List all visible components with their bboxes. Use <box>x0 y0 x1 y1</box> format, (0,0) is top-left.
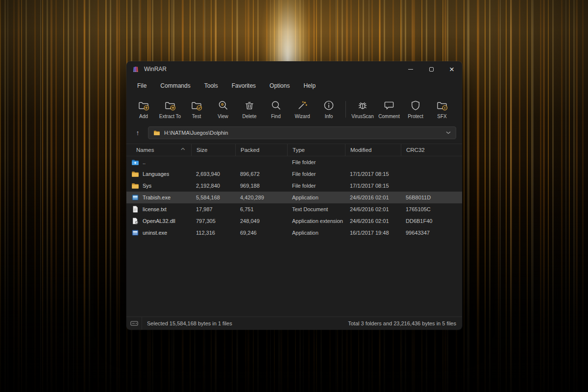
file-packed: 248,049 <box>235 218 287 224</box>
info-button[interactable]: Info <box>316 97 342 122</box>
folder-up-icon <box>131 158 139 166</box>
file-packed: 896,672 <box>235 171 287 177</box>
toolbar-label: Info <box>325 114 333 119</box>
test-button[interactable]: Test <box>183 97 210 122</box>
menu-favorites[interactable]: Favorites <box>225 80 263 92</box>
column-label: CRC32 <box>406 147 425 153</box>
menu-help[interactable]: Help <box>296 80 322 92</box>
winrar-window: WinRAR × FileCommandsToolsFavoritesOptio… <box>126 61 462 330</box>
chevron-down-icon[interactable] <box>446 131 451 134</box>
file-modified: 24/6/2016 02:01 <box>345 206 401 212</box>
view-icon <box>217 99 229 111</box>
info-icon <box>323 99 335 111</box>
menu-options[interactable]: Options <box>263 80 296 92</box>
file-type: File folder <box>287 183 345 189</box>
file-name: Trabish.exe <box>143 195 171 200</box>
column-label: Size <box>196 147 207 153</box>
column-header-names[interactable]: Names^ <box>126 144 191 156</box>
title-bar: WinRAR × <box>126 61 462 77</box>
file-name-cell: license.txt <box>126 205 191 213</box>
toolbar-label: Wizard <box>294 114 310 119</box>
find-button[interactable]: Find <box>263 97 289 122</box>
folder-icon <box>131 182 139 190</box>
list-header: Names^SizePackedTypeModifiedCRC32 <box>126 144 462 156</box>
file-size: 2,192,840 <box>191 183 235 189</box>
exe-icon <box>131 229 139 237</box>
virusscan-button[interactable]: VirusScan <box>349 97 376 122</box>
column-label: Type <box>293 147 305 153</box>
winrar-logo-icon <box>132 65 140 73</box>
file-packed: 69,246 <box>235 230 287 236</box>
file-name: uninst.exe <box>143 230 167 236</box>
sort-asc-icon: ^ <box>181 147 185 153</box>
add-button[interactable]: Add <box>130 97 157 122</box>
file-name-cell: uninst.exe <box>126 229 191 237</box>
window-title: WinRAR <box>144 66 167 73</box>
up-directory-button[interactable]: ↑ <box>132 127 143 139</box>
wizard-button[interactable]: Wizard <box>289 97 316 122</box>
column-label: Modified <box>350 147 371 153</box>
file-list: ..File folderLanguages2,693,940896,672Fi… <box>126 156 462 317</box>
address-bar[interactable]: H:\NATMA\Juegos\Dolphin <box>148 126 456 139</box>
minimize-button[interactable] <box>400 61 421 77</box>
file-size: 797,305 <box>191 218 235 224</box>
find-icon <box>270 99 282 111</box>
file-name-cell: Languages <box>126 170 191 178</box>
file-type: File folder <box>287 171 345 177</box>
file-row-uninst-exe[interactable]: uninst.exe112,31669,246Application16/1/2… <box>126 227 462 239</box>
protect-button[interactable]: Protect <box>402 97 429 122</box>
file-size: 5,584,168 <box>191 195 235 200</box>
file-row-openal32-dll[interactable]: OpenAL32.dll797,305248,049Application ex… <box>126 215 462 227</box>
file-modified: 24/6/2016 02:01 <box>345 218 401 224</box>
address-path: H:\NATMA\Juegos\Dolphin <box>164 130 442 136</box>
sfx-button[interactable]: SFX <box>429 97 455 122</box>
file-row-trabish-exe[interactable]: Trabish.exe5,584,1684,420,289Application… <box>126 192 462 203</box>
file-type: Application <box>287 230 345 236</box>
toolbar-label: Find <box>271 114 280 119</box>
column-label: Packed <box>241 147 259 153</box>
toolbar-label: Protect <box>408 114 423 119</box>
comment-button[interactable]: Comment <box>376 97 402 122</box>
delete-icon <box>244 99 255 111</box>
file-modified: 17/1/2017 08:15 <box>345 171 401 177</box>
file-row-languages[interactable]: Languages2,693,940896,672File folder17/1… <box>126 168 462 180</box>
file-row-license-txt[interactable]: license.txt17,9876,751Text Document24/6/… <box>126 203 462 215</box>
file-packed: 4,420,289 <box>235 195 287 200</box>
disk-icon <box>130 320 138 326</box>
toolbar-label: Test <box>192 114 201 119</box>
wizard-icon <box>296 99 308 111</box>
status-selected-text: Selected 15,584,168 bytes in 1 files <box>142 320 232 326</box>
status-icon-cell[interactable] <box>126 317 142 330</box>
file-modified: 24/6/2016 02:01 <box>345 195 401 200</box>
folder-icon <box>131 170 139 178</box>
toolbar-separator <box>345 101 346 118</box>
file-name-cell: OpenAL32.dll <box>126 217 191 225</box>
close-button[interactable]: × <box>441 61 462 77</box>
column-header-modified[interactable]: Modified <box>345 144 401 156</box>
folder-icon <box>153 129 160 136</box>
file-size: 2,693,940 <box>191 171 235 177</box>
column-header-type[interactable]: Type <box>287 144 345 156</box>
menu-tools[interactable]: Tools <box>197 80 225 92</box>
column-header-crc32[interactable]: CRC32 <box>401 144 462 156</box>
file-crc32: 1765105C <box>401 206 462 212</box>
menu-file[interactable]: File <box>130 80 153 92</box>
maximize-icon <box>429 67 434 72</box>
file-row-up[interactable]: ..File folder <box>126 156 462 168</box>
file-name: OpenAL32.dll <box>143 218 175 224</box>
delete-button[interactable]: Delete <box>236 97 263 122</box>
toolbar-label: Delete <box>243 114 257 119</box>
menu-commands[interactable]: Commands <box>153 80 197 92</box>
extract-button[interactable]: Extract To <box>157 97 183 122</box>
view-button[interactable]: View <box>210 97 236 122</box>
protect-icon <box>410 99 421 111</box>
toolbar-label: Extract To <box>159 114 181 119</box>
file-name: Languages <box>143 171 169 177</box>
maximize-button[interactable] <box>421 61 441 77</box>
column-header-packed[interactable]: Packed <box>235 144 287 156</box>
extract-icon <box>164 99 176 111</box>
file-type: File folder <box>287 159 345 165</box>
column-header-size[interactable]: Size <box>191 144 235 156</box>
file-row-sys[interactable]: Sys2,192,840969,188File folder17/1/2017 … <box>126 180 462 192</box>
sfx-icon <box>436 99 448 111</box>
